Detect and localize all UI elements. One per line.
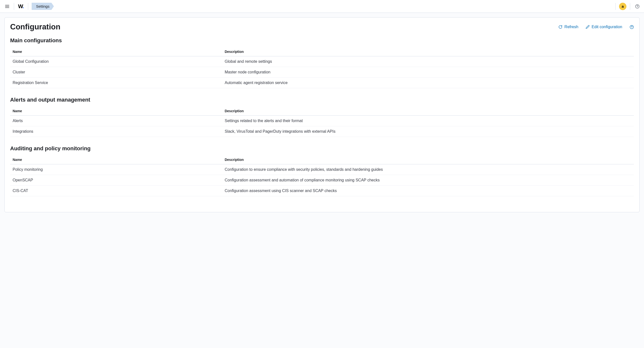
app-logo: W. — [18, 3, 24, 10]
cell-name: Integrations — [10, 126, 222, 137]
table-row[interactable]: ClusterMaster node configuration — [10, 67, 634, 78]
column-header-description: Description — [222, 155, 634, 164]
refresh-icon — [558, 25, 562, 29]
cell-name: Global Configuration — [10, 56, 222, 67]
breadcrumb-settings[interactable]: Settings — [32, 3, 54, 10]
cell-name: Cluster — [10, 67, 222, 78]
table-row[interactable]: OpenSCAPConfiguration assessment and aut… — [10, 175, 634, 186]
cell-description: Global and remote settings — [222, 56, 634, 67]
table-row[interactable]: CIS-CATConfiguration assessment using CI… — [10, 186, 634, 196]
refresh-button[interactable]: Refresh — [558, 25, 578, 29]
cell-name: Registration Service — [10, 78, 222, 88]
table-row[interactable]: IntegrationsSlack, VirusTotal and PagerD… — [10, 126, 634, 137]
section-title: Alerts and output management — [10, 97, 634, 103]
cell-name: Alerts — [10, 116, 222, 126]
column-header-description: Description — [222, 106, 634, 116]
cell-description: Settings related to the alerts and their… — [222, 116, 634, 126]
sections-container: Main configurationsNameDescriptionGlobal… — [10, 37, 634, 196]
help-button[interactable] — [634, 3, 641, 10]
page-title: Configuration — [10, 22, 60, 31]
cell-description: Automatic agent registration service — [222, 78, 634, 88]
column-header-description: Description — [222, 47, 634, 56]
hamburger-icon — [5, 4, 10, 9]
cell-description: Configuration assessment and automation … — [222, 175, 634, 186]
card-header: Configuration Refresh Edit configuration — [10, 22, 634, 31]
column-header-name: Name — [10, 106, 222, 116]
card-actions: Refresh Edit configuration — [558, 25, 634, 29]
app-header: W. Settings a — [0, 0, 644, 13]
cell-description: Configuration assessment using CIS scann… — [222, 186, 634, 196]
pencil-icon — [586, 25, 590, 29]
divider — [14, 3, 14, 10]
table-row[interactable]: Global ConfigurationGlobal and remote se… — [10, 56, 634, 67]
divider — [28, 3, 28, 10]
table-row[interactable]: Policy monitoringConfiguration to ensure… — [10, 164, 634, 175]
cell-description: Slack, VirusTotal and PagerDuty integrat… — [222, 126, 634, 137]
cell-name: OpenSCAP — [10, 175, 222, 186]
header-right: a — [615, 3, 641, 10]
logo-home-link[interactable]: W. — [16, 3, 26, 10]
refresh-label: Refresh — [564, 25, 578, 29]
column-header-name: Name — [10, 155, 222, 164]
cell-description: Master node configuration — [222, 67, 634, 78]
section-title: Auditing and policy monitoring — [10, 145, 634, 152]
edit-label: Edit configuration — [592, 25, 622, 29]
config-table: NameDescriptionPolicy monitoringConfigur… — [10, 155, 634, 196]
cell-name: Policy monitoring — [10, 164, 222, 175]
divider — [615, 3, 616, 10]
cell-description: Configuration to ensure compliance with … — [222, 164, 634, 175]
menu-toggle-button[interactable] — [3, 2, 12, 11]
cell-name: CIS-CAT — [10, 186, 222, 196]
divider — [630, 3, 630, 10]
help-circle-icon — [630, 25, 634, 29]
configuration-card: Configuration Refresh Edit configuration… — [4, 17, 640, 212]
config-table: NameDescriptionAlertsSettings related to… — [10, 106, 634, 137]
edit-configuration-button[interactable]: Edit configuration — [586, 25, 622, 29]
user-avatar[interactable]: a — [619, 3, 626, 10]
section-title: Main configurations — [10, 37, 634, 44]
table-row[interactable]: AlertsSettings related to the alerts and… — [10, 116, 634, 126]
section-help-button[interactable] — [630, 25, 634, 29]
column-header-name: Name — [10, 47, 222, 56]
config-table: NameDescriptionGlobal ConfigurationGloba… — [10, 47, 634, 88]
header-left: W. Settings — [3, 2, 54, 11]
table-row[interactable]: Registration ServiceAutomatic agent regi… — [10, 78, 634, 88]
page-body: Configuration Refresh Edit configuration… — [0, 13, 644, 217]
help-circle-icon — [635, 4, 640, 9]
